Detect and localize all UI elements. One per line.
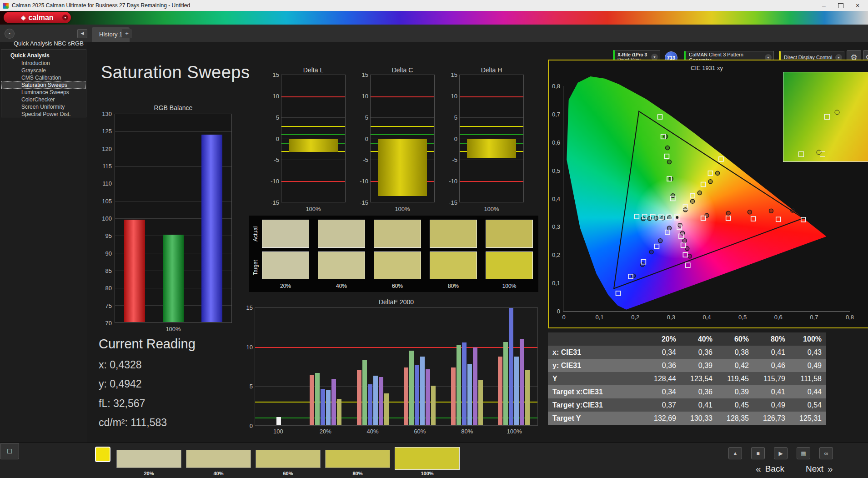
sidebar-root-item[interactable]: Quick Analysis	[1, 51, 86, 60]
brand-ribbon: ◈ calman ▼	[0, 11, 868, 25]
pattern-swatch-color	[116, 450, 181, 468]
axis-tick-label: 0,2	[631, 314, 639, 321]
axis-tick-label: 90	[92, 250, 112, 257]
logo-text: calman	[28, 14, 53, 22]
table-row: Target y:CIE310,370,410,450,490,54	[548, 398, 826, 412]
axis-tick-label: 110	[92, 180, 112, 187]
calman-logo[interactable]: ◈ calman ▼	[4, 12, 71, 23]
table-row-label: x: CIE31	[548, 348, 644, 357]
sidebar-item-spectral-power-dist-[interactable]: Spectral Power Dist.	[1, 111, 86, 118]
window-title: Calman 2025 Calman Ultimate for Business…	[12, 2, 190, 9]
nav-circle-button[interactable]: •	[5, 29, 15, 39]
reference-line	[281, 181, 345, 182]
bar-group	[404, 307, 436, 425]
pattern-swatch[interactable]: 20%	[116, 445, 181, 477]
swatch-grid: 20%40%60%80%100%	[262, 220, 533, 290]
stop-icon[interactable]: ■	[751, 447, 765, 459]
pattern-window-icon[interactable]: □	[0, 443, 19, 459]
back-button[interactable]: « Back	[756, 462, 784, 476]
gridline	[281, 117, 345, 118]
actual-swatch	[318, 220, 365, 248]
maximize-icon[interactable]	[838, 3, 843, 8]
reference-line	[281, 126, 345, 127]
logo-menu-chevron-icon[interactable]: ▼	[62, 15, 68, 20]
measured-point	[748, 210, 752, 214]
deltae-bar	[315, 373, 320, 425]
bar-group	[310, 307, 341, 425]
table-column-header: 60%	[717, 335, 753, 343]
sidebar-item-saturation-sweeps[interactable]: Saturation Sweeps	[1, 81, 86, 89]
deltae-bar	[426, 369, 430, 425]
bar-group	[451, 307, 483, 425]
table-row: Y128,44123,54119,45115,79111,58	[548, 372, 826, 385]
axis-tick-label: 100	[92, 215, 112, 222]
deltae-bar	[409, 351, 414, 425]
axis-tick-label: 5	[439, 114, 457, 121]
measured-point	[667, 226, 671, 230]
loop-icon[interactable]: ∞	[819, 447, 833, 459]
axis-tick-label: -15	[439, 199, 457, 206]
pattern-swatch[interactable]: 40%	[186, 445, 251, 477]
deltae-bar	[331, 379, 336, 425]
active-color-swatch[interactable]	[95, 447, 110, 462]
pattern-swatch[interactable]: 100%	[395, 445, 460, 477]
table-cell: 126,73	[753, 414, 790, 423]
swatch-column-label: 100%	[486, 283, 533, 290]
delta-l-chart[interactable]	[281, 75, 346, 202]
gridline	[460, 160, 523, 160]
pattern-swatch[interactable]: 80%	[325, 445, 390, 477]
sidebar-item-screen-uniformity[interactable]: Screen Uniformity	[1, 103, 86, 111]
deltae-chart[interactable]	[255, 307, 538, 426]
swatch-column-label: 80%	[430, 283, 477, 290]
delta-c-chart[interactable]	[370, 75, 435, 202]
sidebar-item-colorchecker[interactable]: ColorChecker	[1, 96, 86, 103]
deltae-bar	[462, 342, 467, 425]
axis-tick-label: 60%	[414, 428, 426, 435]
table-cell: 0,34	[644, 348, 681, 357]
play-icon[interactable]: ▶	[774, 447, 788, 459]
axis-tick-label: 0,3	[540, 223, 560, 230]
deltae-bar	[509, 307, 513, 425]
table-cell: 0,49	[790, 362, 826, 370]
axis-tick-label: 120	[92, 145, 112, 152]
rgb-balance-chart[interactable]	[115, 114, 232, 323]
measured-point	[667, 160, 671, 164]
sidebar-item-cms-calibration[interactable]: CMS Calibration	[1, 74, 86, 81]
table-row-label: Y	[548, 375, 644, 383]
pattern-swatch-label: 100%	[395, 471, 460, 476]
sidebar-collapse-icon[interactable]: ◀	[77, 29, 87, 38]
table-cell: 0,36	[681, 388, 717, 396]
gridline	[460, 117, 523, 118]
close-icon[interactable]: ×	[854, 2, 861, 9]
axis-tick-label: -5	[439, 156, 457, 163]
deltae-bar	[326, 390, 331, 425]
saturation-swatch-panel: Actual Target 20%40%60%80%100%	[249, 216, 538, 292]
sidebar-item-grayscale[interactable]: Grayscale	[1, 67, 86, 74]
target-point	[616, 291, 621, 296]
sidebar-item-luminance-sweeps[interactable]: Luminance Sweeps	[1, 89, 86, 96]
delta-c-yaxis: 151050-5-10-15	[350, 75, 368, 202]
next-button[interactable]: Next »	[806, 462, 833, 476]
minimize-icon[interactable]: –	[821, 2, 827, 9]
app-icon	[3, 3, 9, 9]
sidebar-item-introduction[interactable]: Introduction	[1, 60, 86, 67]
target-point	[690, 193, 695, 198]
rgb-balance-xlabel: 100%	[115, 326, 232, 332]
tab-bar: • ◀ History 1 + X-Rite i1Pro 3 Direct Vi…	[0, 25, 868, 42]
add-tab-button[interactable]: +	[122, 29, 132, 38]
axis-tick-label: 0,6	[774, 314, 783, 321]
cie-yaxis-line	[563, 86, 563, 312]
axis-tick-label: 5	[261, 114, 279, 121]
target-point	[658, 115, 662, 119]
table-cell: 0,41	[681, 401, 717, 409]
table-cell: 0,41	[753, 388, 790, 396]
eject-icon[interactable]: ▲	[728, 447, 742, 459]
delta-h-chart[interactable]	[459, 75, 524, 202]
table-column-header: 40%	[681, 335, 717, 343]
current-reading-x: x: 0,4328	[99, 359, 142, 371]
pattern-swatch[interactable]: 60%	[256, 445, 321, 477]
save-icon[interactable]: ▦	[797, 447, 810, 459]
table-cell: 0,43	[790, 348, 826, 357]
swatch-column-label: 60%	[374, 283, 421, 290]
target-point	[664, 154, 669, 159]
